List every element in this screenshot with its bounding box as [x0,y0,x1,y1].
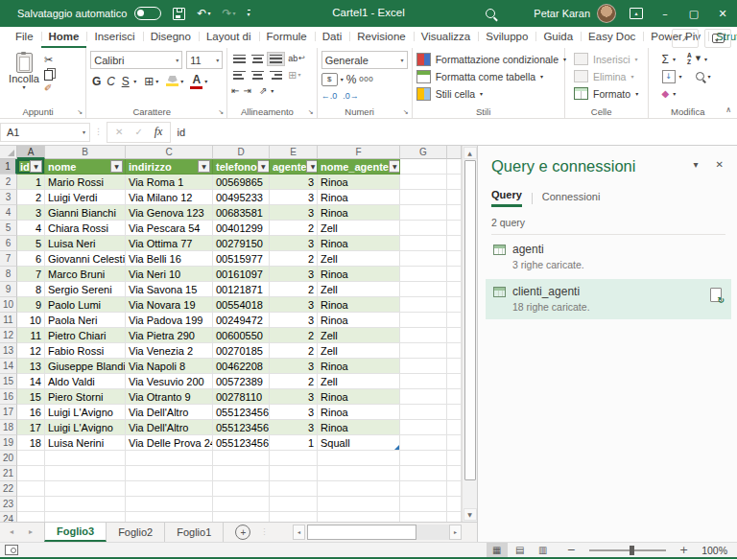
grid-cell[interactable]: 3 [270,236,318,251]
grid-cell[interactable]: Via Venezia 2 [126,343,213,359]
filter-button-nome_agente[interactable]: ▼ [389,160,400,173]
scroll-down-icon[interactable]: ▼ [464,508,477,521]
grid-cell[interactable] [447,313,462,328]
grid-cell[interactable] [447,251,462,267]
decrease-indent-icon[interactable]: ⇤ [231,86,239,96]
cut-icon[interactable]: ✂ [44,55,56,65]
filter-button-nome[interactable]: ▼ [110,160,123,173]
grid-cell[interactable]: 3 [270,359,318,374]
tab-disegno[interactable]: Disegno [143,27,199,48]
row-header-16[interactable]: 16 [0,389,17,405]
dialog-launcher-icon[interactable]: ↘ [403,109,409,116]
table-header-cell-id[interactable]: id▼ [17,159,45,175]
grid-cell[interactable]: Aldo Valdi [45,374,126,389]
zoom-in-button[interactable]: + [679,545,688,555]
grid-cell[interactable]: 17 [17,420,45,435]
grid-cell[interactable] [447,328,462,343]
tab-inserisci[interactable]: Inserisci [86,27,142,48]
zoom-slider-thumb[interactable] [630,546,634,555]
grid-cell[interactable]: Rinoa [318,420,400,435]
grid-cell[interactable] [126,466,213,481]
tab-layout-di[interactable]: Layout di [199,27,259,48]
chevron-down-icon[interactable]: ▾ [704,57,707,62]
grid-cell[interactable]: 3 [270,313,318,328]
grid-cell[interactable] [318,481,400,497]
grid-cell[interactable]: Via Vesuvio 200 [126,374,213,389]
grid-cell[interactable] [45,512,126,522]
italic-button[interactable]: C [105,75,117,88]
row-header-7[interactable]: 7 [0,251,17,267]
grid-cell[interactable]: 00121871 [213,282,270,297]
paste-button[interactable]: Incolla ▾ [4,51,44,105]
grid-cell[interactable] [213,497,270,512]
row-header-4[interactable]: 4 [0,205,17,221]
grid-cell[interactable]: 18 [17,435,45,451]
dialog-launcher-icon[interactable]: ↘ [218,109,224,116]
row-header-5[interactable]: 5 [0,221,17,236]
user-name[interactable]: Petar Karan [534,8,590,19]
grid-cell[interactable] [400,267,447,282]
grid-cell[interactable]: 3 [270,175,318,190]
horizontal-scrollbar-track[interactable] [416,525,449,540]
page-break-view-button[interactable]: ▥ [533,543,554,557]
grid-cell[interactable]: 13 [17,359,45,374]
grid-cell[interactable] [400,466,447,481]
grid-cell[interactable]: Rinoa [318,190,400,205]
grid-cell[interactable] [126,497,213,512]
row-header-14[interactable]: 14 [0,359,17,374]
grid-cell[interactable] [447,420,462,435]
grid-cell[interactable]: 2 [270,221,318,236]
align-left-button[interactable] [231,69,248,82]
grid-cell[interactable]: 00515977 [213,251,270,267]
percent-style-button[interactable]: % [346,73,357,86]
vertical-scrollbar[interactable]: ▲ ▼ [462,146,477,522]
grid-cell[interactable]: Zell [318,251,400,267]
grid-cell[interactable]: Via Neri 10 [126,267,213,282]
table-header-cell-indirizzo[interactable]: indirizzo▼ [126,159,213,175]
tab-visualizza[interactable]: Visualizza [414,27,479,48]
grid-cell[interactable] [400,343,447,359]
grid-cell[interactable] [400,435,447,451]
row-header-18[interactable]: 18 [0,420,17,435]
grid-cell[interactable]: 00600550 [213,328,270,343]
grid-cell[interactable]: Sergio Sereni [45,282,126,297]
grid-cell[interactable]: 055123456 [213,405,270,420]
grid-cell[interactable] [213,512,270,522]
grid-cell[interactable]: Marco Bruni [45,267,126,282]
grid-cell[interactable] [45,451,126,466]
number-format-select[interactable]: Generale▾ [321,51,408,69]
chevron-down-icon[interactable]: ▾ [180,79,183,84]
grid-cell[interactable]: Via Roma 1 [126,175,213,190]
grid-cell[interactable]: 3 [270,267,318,282]
avatar[interactable] [597,4,616,23]
grid-cell[interactable] [400,512,447,522]
autosave-toggle[interactable] [134,7,161,20]
grid-cell[interactable] [318,512,400,522]
minimize-button[interactable]: – [651,0,679,27]
grid-cell[interactable]: 2 [270,343,318,359]
grid-cell[interactable] [447,481,462,497]
grid-cell[interactable]: 00683581 [213,205,270,221]
maximize-button[interactable]: ▢ [679,0,708,27]
grid-cell[interactable]: Luigi L'Avigno [45,420,126,435]
grid-cell[interactable]: Paolo Lumi [45,297,126,313]
grid-cell[interactable] [17,466,45,481]
grid-cell[interactable] [213,481,270,497]
grid-cell[interactable] [400,297,447,313]
grid-cell[interactable]: Via Pietra 290 [126,328,213,343]
grid-cell[interactable] [270,481,318,497]
grid-cell[interactable]: 3 [270,190,318,205]
format-cells-button[interactable]: Formato ▾ [574,86,638,101]
insert-function-icon[interactable]: fx [155,125,163,139]
chevron-down-icon[interactable]: ▾ [204,79,207,84]
grid-cell[interactable] [447,497,462,512]
grid-cell[interactable]: Via Otranto 9 [126,389,213,405]
align-right-button[interactable] [268,69,284,82]
grid-cell[interactable] [447,221,462,236]
dialog-launcher-icon[interactable]: ↘ [308,109,314,116]
grid-cell[interactable]: Chiara Rossi [45,221,126,236]
table-header-cell-nome[interactable]: nome▼ [45,159,126,175]
sheet-tab-foglio1[interactable]: Foglio1 [165,523,224,542]
align-center-button[interactable] [250,69,266,82]
grid-cell[interactable]: 1 [17,175,45,190]
